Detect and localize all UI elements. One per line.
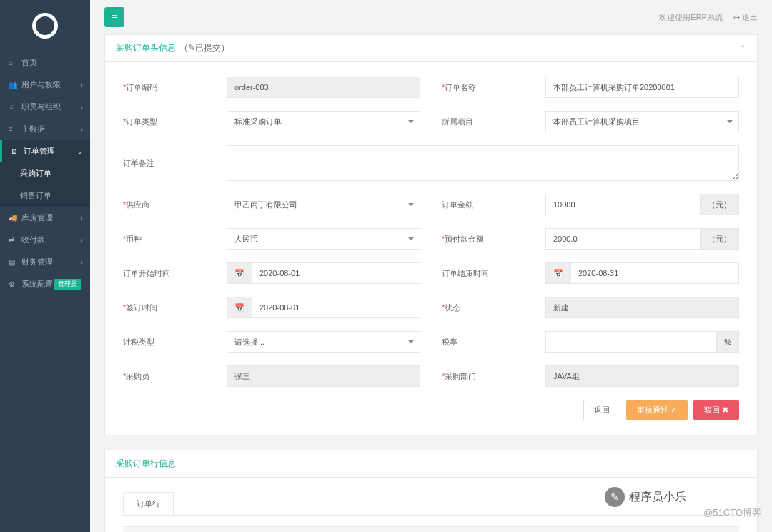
nav-label: 收付款	[21, 235, 45, 245]
sign-date-input[interactable]	[252, 297, 420, 318]
label-prepay: *预付款金额	[442, 234, 545, 245]
sidebar-subitem[interactable]: 销售订单	[0, 184, 90, 207]
nav-label: 用户与权限	[21, 79, 61, 90]
nav-icon: 🚚	[9, 214, 17, 222]
nav-icon: ⇄	[9, 236, 17, 244]
dept-input	[545, 365, 739, 387]
nav-label: 财务管理	[21, 257, 53, 267]
order-line-table: 行号物料编码物料名称单价数量单位金额摘要创建时间创建人操作 1M001笔记本10…	[123, 526, 739, 532]
nav-icon: ▤	[9, 258, 17, 266]
label-tax-rate: 税率	[442, 337, 545, 348]
table-header: 物料名称	[224, 527, 284, 533]
table-header: 金额	[425, 527, 482, 533]
nav-icon: ⚙	[9, 280, 17, 288]
currency-select[interactable]: 人民币	[227, 228, 420, 250]
sidebar: ⌂首页👥用户与权限‹☺职员与组织‹≡主数据‹🗎订单管理⌄采购订单销售订单🚚库房管…	[0, 0, 90, 532]
prepay-input[interactable]	[545, 228, 701, 250]
sidebar-item[interactable]: ⚙系统配置管理员	[0, 273, 90, 295]
label-state: *状态	[442, 302, 545, 313]
chevron-icon: ‹	[81, 126, 83, 133]
approve-button[interactable]: 审核通过 ✓	[626, 400, 688, 420]
calendar-icon[interactable]: 📅	[227, 262, 252, 284]
table-header: 创建时间	[522, 527, 638, 533]
label-dept: *采购部门	[442, 371, 545, 382]
unit-yuan: （元）	[701, 194, 739, 215]
unit-percent: %	[717, 331, 739, 353]
calendar-icon[interactable]: 📅	[545, 262, 570, 284]
start-date-input[interactable]	[252, 262, 420, 284]
label-currency: *币种	[123, 234, 227, 245]
order-code-input[interactable]	[227, 77, 420, 98]
order-line-panel: 采购订单行信息 订单行 行号物料编码物料名称单价数量单位金额摘要创建时间创建人操…	[104, 450, 758, 532]
label-order-type: *订单类型	[123, 117, 227, 127]
nav-icon: 🗎	[11, 147, 19, 155]
admin-badge: 管理员	[54, 279, 81, 290]
label-end: 订单结束时间	[442, 268, 545, 279]
sidebar-subitem[interactable]: 采购订单	[0, 162, 90, 184]
panel-title: 采购订单头信息	[116, 42, 176, 54]
label-sign: *签订时间	[123, 302, 227, 313]
sidebar-item[interactable]: ⇄收付款‹	[0, 229, 90, 251]
end-date-input[interactable]	[570, 262, 739, 284]
nav-icon: ⌂	[9, 59, 17, 66]
nav-label: 库房管理	[21, 212, 53, 223]
label-remark: 订单备注	[123, 158, 227, 169]
order-status-tag: （✎已提交）	[179, 42, 229, 54]
state-input	[545, 297, 739, 318]
label-start: 订单开始时间	[123, 268, 227, 279]
sidebar-item[interactable]: 🚚库房管理‹	[0, 207, 90, 229]
table-header: 创建人	[638, 527, 699, 533]
label-supplier: *供应商	[123, 200, 227, 210]
label-order-name: *订单名称	[442, 82, 545, 93]
avatar[interactable]	[32, 13, 58, 39]
nav-label: 主数据	[21, 124, 45, 134]
nav-label: 职员与组织	[21, 102, 61, 112]
buyer-input[interactable]	[227, 365, 420, 387]
remark-textarea[interactable]	[227, 145, 739, 181]
sidebar-item[interactable]: ≡主数据‹	[0, 118, 90, 140]
sidebar-item[interactable]: 🗎订单管理⌄	[0, 140, 90, 162]
sidebar-item[interactable]: ☺职员与组织‹	[0, 96, 90, 118]
nav-label: 首页	[21, 57, 37, 68]
chevron-icon: ‹	[81, 215, 83, 222]
logout-link[interactable]: ↦ 退出	[733, 12, 758, 23]
table-header: 操作	[699, 527, 739, 533]
nav-icon: ≡	[9, 125, 17, 133]
chevron-icon: ⌄	[77, 148, 83, 155]
reject-button[interactable]: 驳回 ✖	[693, 400, 739, 420]
label-tax-type: 计税类型	[123, 337, 227, 348]
chevron-icon: ‹	[81, 237, 83, 244]
sidebar-item[interactable]: ⌂首页	[0, 51, 90, 74]
supplier-select[interactable]: 甲乙丙丁有限公司	[227, 194, 420, 215]
chevron-icon: ‹	[81, 82, 83, 89]
calendar-icon[interactable]: 📅	[227, 297, 252, 318]
sidebar-item[interactable]: ▤财务管理‹	[0, 251, 90, 273]
panel2-title: 采购订单行信息	[116, 458, 176, 470]
order-name-input[interactable]	[545, 77, 739, 98]
tab-order-line[interactable]: 订单行	[123, 492, 174, 515]
tax-rate-input[interactable]	[545, 331, 717, 353]
main: ≡ 欢迎使用ERP系统 ↦ 退出 采购订单头信息 （✎已提交） ⌃ *订单编码 …	[90, 0, 772, 532]
nav-icon: 👥	[9, 81, 17, 89]
table-header: 行号	[123, 527, 163, 533]
unit-yuan2: （元）	[701, 228, 739, 250]
welcome-text: 欢迎使用ERP系统	[659, 12, 723, 23]
nav-label: 系统配置	[21, 279, 53, 290]
table-header: 单价	[285, 527, 342, 533]
nav-icon: ☺	[9, 103, 17, 111]
collapse-icon[interactable]: ⌃	[739, 44, 746, 54]
nav-label: 订单管理	[24, 146, 55, 157]
chevron-icon: ‹	[81, 104, 83, 111]
order-header-panel: 采购订单头信息 （✎已提交） ⌃ *订单编码 *订单名称 *订单类型标准采购订单…	[104, 34, 758, 435]
amount-input[interactable]	[545, 194, 701, 215]
topbar: ≡ 欢迎使用ERP系统 ↦ 退出	[90, 0, 772, 34]
order-type-select[interactable]: 标准采购订单	[227, 111, 420, 132]
sidebar-toggle-button[interactable]: ≡	[104, 7, 124, 27]
label-buyer: *采购员	[123, 371, 227, 382]
back-button[interactable]: 返回	[583, 400, 620, 420]
table-header: 数量	[342, 527, 382, 533]
project-select[interactable]: 本部员工计算机采购项目	[545, 111, 739, 132]
label-project: 所属项目	[442, 117, 545, 127]
sidebar-item[interactable]: 👥用户与权限‹	[0, 74, 90, 96]
tax-type-select[interactable]: 请选择...	[227, 331, 420, 353]
